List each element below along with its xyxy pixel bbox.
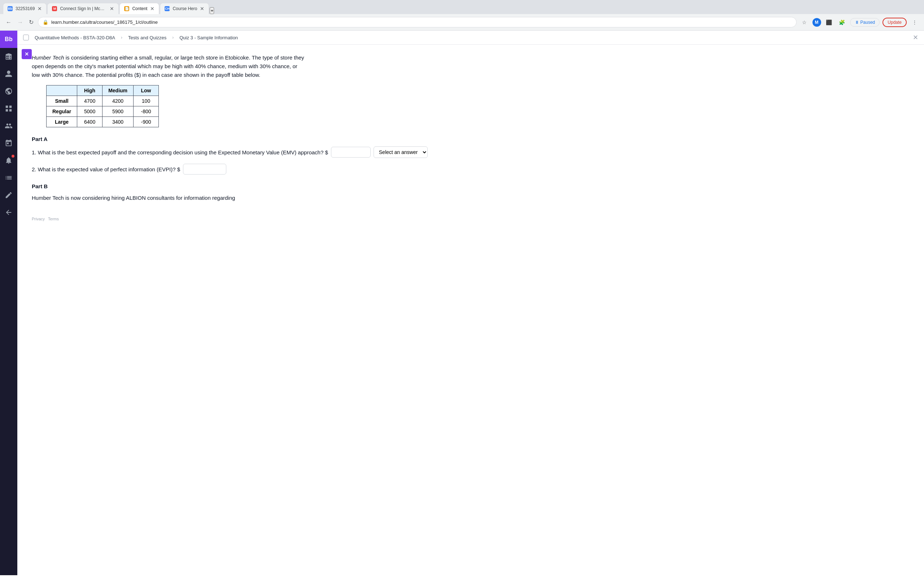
table-cell-large-low: -900 — [134, 117, 159, 127]
emv-decision-select[interactable]: Select an answer Small Regular Large — [373, 147, 428, 158]
question-intro: Humber Tech is considering starting eith… — [32, 53, 306, 79]
sidebar-item-users[interactable] — [0, 117, 17, 134]
content-wrapper: ✕ Humber Tech is considering starting ei… — [17, 45, 924, 575]
update-button[interactable]: Update — [882, 18, 907, 27]
reload-button[interactable]: ↻ — [27, 17, 35, 27]
part-b-intro: Humber Tech is now considering hiring AL… — [32, 193, 306, 202]
table-cell-small-low: 100 — [134, 96, 159, 106]
paused-button[interactable]: ⏸ Paused — [850, 18, 880, 27]
extensions2-icon[interactable]: 🧩 — [837, 17, 847, 27]
q1-text: 1. What is the best expected payoff and … — [32, 148, 328, 157]
sidebar-item-building[interactable] — [0, 48, 17, 65]
tab-32253169[interactable]: Bb 32253169 ✕ — [3, 3, 47, 14]
tab3-label: Content — [132, 6, 147, 11]
part-b-heading: Part B — [32, 183, 909, 189]
payoff-table-container: High Medium Low Small 4700 4200 100 — [46, 85, 909, 127]
breadcrumb-course: Quantitative Methods - BSTA-320-D8A — [35, 35, 115, 40]
breadcrumb-sep2: › — [172, 35, 174, 40]
footer-terms: Terms — [48, 217, 59, 221]
extensions-icon[interactable]: ⬛ — [824, 17, 834, 27]
main-content: Humber Tech is considering starting eith… — [17, 45, 924, 230]
sidebar-item-globe[interactable] — [0, 82, 17, 100]
top-nav: Quantitative Methods - BSTA-320-D8A › Te… — [17, 31, 924, 45]
sidebar-item-back[interactable] — [0, 204, 17, 221]
tab1-close[interactable]: ✕ — [37, 6, 42, 11]
sidebar-item-user[interactable] — [0, 65, 17, 82]
m-extension-icon[interactable]: M — [813, 18, 821, 27]
lock-icon: 🔒 — [43, 19, 48, 25]
url-bar[interactable]: 🔒 learn.humber.ca/ultra/courses/_186175_… — [38, 17, 796, 27]
footer-privacy: Privacy — [32, 217, 45, 221]
sidebar: Bb — [0, 31, 17, 575]
tab4-close[interactable]: ✕ — [200, 6, 204, 11]
table-row-large: Large 6400 3400 -900 — [47, 117, 159, 127]
tab-content[interactable]: 📄 Content ✕ — [120, 3, 159, 14]
close-content-button[interactable]: ✕ — [22, 49, 32, 59]
tab3-close[interactable]: ✕ — [150, 6, 155, 11]
question-1-row: 1. What is the best expected payoff and … — [32, 147, 909, 158]
toolbar-icons: ☆ M ⬛ 🧩 ⏸ Paused Update ⋮ — [800, 17, 920, 27]
table-header-empty — [47, 85, 77, 96]
tab2-close[interactable]: ✕ — [110, 6, 114, 11]
table-cell-regular-medium: 5900 — [102, 106, 134, 117]
breadcrumb-sep1: › — [121, 35, 122, 40]
checkbox-nav[interactable] — [23, 35, 29, 40]
sidebar-item-calendar[interactable] — [0, 134, 17, 152]
table-cell-small-high: 4700 — [77, 96, 102, 106]
payoff-table: High Medium Low Small 4700 4200 100 — [46, 85, 159, 127]
breadcrumb-section: Tests and Quizzes — [128, 35, 166, 40]
evpi-value-input[interactable] — [183, 164, 226, 174]
back-button[interactable]: ← — [4, 18, 13, 27]
sidebar-logo: Bb — [0, 31, 17, 48]
tab4-favicon: CH — [165, 6, 170, 11]
page-footer: Privacy Terms — [32, 217, 909, 221]
sidebar-item-list[interactable] — [0, 169, 17, 187]
table-row-small: Small 4700 4200 100 — [47, 96, 159, 106]
paused-icon: ⏸ — [855, 20, 859, 25]
sidebar-item-grid[interactable] — [0, 100, 17, 117]
q2-text: 2. What is the expected value of perfect… — [32, 164, 180, 174]
main-area: Quantitative Methods - BSTA-320-D8A › Te… — [17, 31, 924, 575]
table-cell-large-high: 6400 — [77, 117, 102, 127]
tab-bar: Bb 32253169 ✕ M Connect Sign In | McGraw… — [0, 0, 924, 14]
tab2-label: Connect Sign In | McGraw Hill — [60, 6, 107, 11]
sidebar-item-edit[interactable] — [0, 187, 17, 204]
url-text: learn.humber.ca/ultra/courses/_186175_1/… — [51, 19, 792, 25]
table-header-high: High — [77, 85, 102, 96]
new-tab-button[interactable]: + — [210, 7, 214, 14]
table-header-medium: Medium — [102, 85, 134, 96]
bookmark-icon[interactable]: ☆ — [800, 17, 809, 27]
close-panel-button[interactable]: ✕ — [913, 34, 918, 42]
part-a-heading: Part A — [32, 136, 909, 142]
browser-chrome: Bb 32253169 ✕ M Connect Sign In | McGraw… — [0, 0, 924, 31]
table-cell-small-label: Small — [47, 96, 77, 106]
tab1-label: 32253169 — [16, 6, 35, 11]
update-label: Update — [888, 20, 901, 25]
emv-value-input[interactable] — [331, 147, 371, 158]
table-header-low: Low — [134, 85, 159, 96]
table-cell-large-label: Large — [47, 117, 77, 127]
menu-icon[interactable]: ⋮ — [909, 17, 920, 27]
table-cell-regular-label: Regular — [47, 106, 77, 117]
tab4-label: Course Hero — [173, 6, 197, 11]
app: Bb — [0, 31, 924, 575]
paused-label: Paused — [861, 20, 875, 25]
table-cell-regular-high: 5000 — [77, 106, 102, 117]
question-2-row: 2. What is the expected value of perfect… — [32, 164, 909, 174]
tab-mcgrawhill[interactable]: M Connect Sign In | McGraw Hill ✕ — [47, 3, 119, 14]
sidebar-item-notifications[interactable] — [0, 152, 17, 169]
table-cell-regular-low: -800 — [134, 106, 159, 117]
table-cell-large-medium: 3400 — [102, 117, 134, 127]
tab2-favicon: M — [52, 6, 57, 11]
address-bar: ← → ↻ 🔒 learn.humber.ca/ultra/courses/_1… — [0, 14, 924, 30]
table-row-regular: Regular 5000 5900 -800 — [47, 106, 159, 117]
breadcrumb-page: Quiz 3 - Sample Information — [179, 35, 238, 40]
table-cell-small-medium: 4200 — [102, 96, 134, 106]
tab1-favicon: Bb — [8, 6, 13, 11]
tab-coursehero[interactable]: CH Course Hero ✕ — [160, 3, 209, 14]
forward-button[interactable]: → — [16, 18, 24, 27]
tab3-favicon: 📄 — [124, 6, 129, 11]
